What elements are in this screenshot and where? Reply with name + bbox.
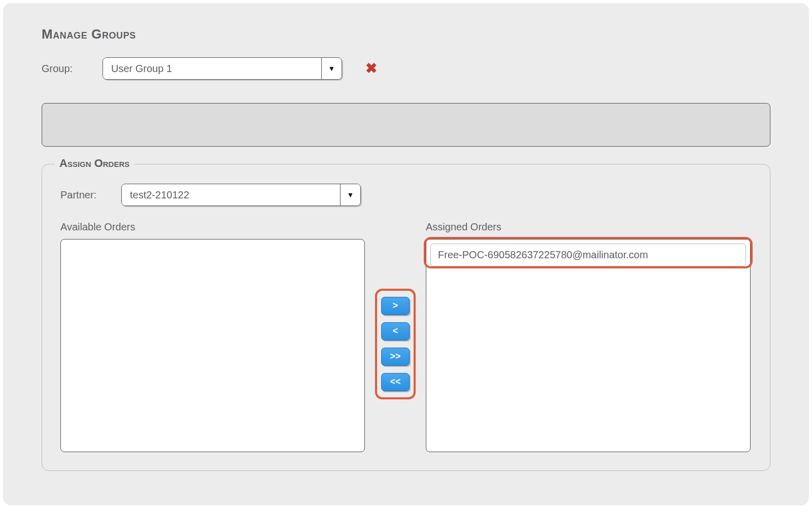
available-orders-listbox[interactable] [60, 239, 365, 452]
partner-label: Partner: [60, 189, 106, 201]
list-item[interactable]: Free-POC-690582637225780@mailinator.com [430, 244, 746, 266]
manage-groups-panel: Manage Groups Group: User Group 1 ▼ ✖ As… [3, 3, 809, 505]
assigned-orders-listbox[interactable]: Free-POC-690582637225780@mailinator.com [426, 239, 751, 452]
assign-orders-fieldset: Assign Orders Partner: test2-210122 ▼ Av… [42, 164, 770, 471]
chevron-down-icon[interactable]: ▼ [340, 184, 360, 206]
partner-select-value: test2-210122 [122, 184, 340, 206]
move-all-left-button[interactable]: << [381, 373, 410, 391]
page-title: Manage Groups [42, 26, 770, 42]
move-right-button[interactable]: > [381, 297, 410, 315]
group-row: Group: User Group 1 ▼ ✖ [42, 57, 770, 80]
partner-select[interactable]: test2-210122 ▼ [121, 184, 361, 206]
transfer-buttons-callout: > < >> << [375, 289, 416, 399]
group-select[interactable]: User Group 1 ▼ [103, 57, 342, 80]
assigned-orders-column: Assigned Orders Free-POC-690582637225780… [426, 221, 751, 452]
assigned-orders-title: Assigned Orders [426, 221, 751, 233]
move-left-button[interactable]: < [381, 322, 410, 340]
partner-row: Partner: test2-210122 ▼ [56, 184, 756, 206]
move-all-right-button[interactable]: >> [381, 348, 410, 366]
delete-group-icon[interactable]: ✖ [365, 61, 377, 76]
info-bar [42, 103, 770, 147]
transfer-buttons-column: > < >> << [365, 221, 426, 452]
transfer-container: Available Orders > < >> << Assigned Orde… [56, 221, 756, 452]
chevron-down-icon[interactable]: ▼ [321, 58, 342, 79]
group-select-value: User Group 1 [103, 58, 321, 79]
group-label: Group: [42, 63, 87, 75]
assign-orders-legend: Assign Orders [54, 157, 134, 170]
available-orders-title: Available Orders [60, 221, 365, 233]
available-orders-column: Available Orders [60, 221, 365, 452]
